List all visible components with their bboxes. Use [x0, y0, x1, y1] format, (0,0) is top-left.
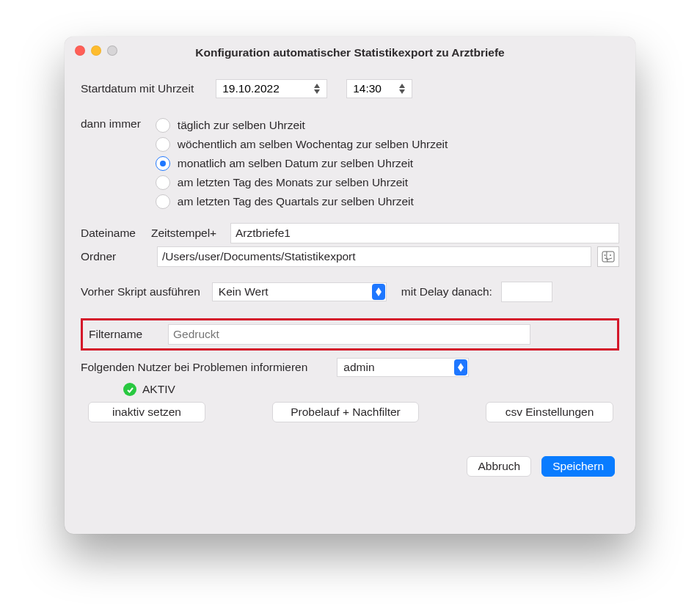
- filtername-input[interactable]: [168, 324, 530, 345]
- startdate-stepper[interactable]: [216, 79, 327, 98]
- recurrence-option-label: am letzten Tag des Monats zur selben Uhr…: [178, 176, 408, 189]
- config-dialog: Konfiguration automatischer Statistikexp…: [65, 37, 635, 534]
- minimize-icon[interactable]: [91, 45, 101, 56]
- finder-browse-button[interactable]: [597, 246, 619, 267]
- traffic-lights: [75, 45, 117, 56]
- svg-rect-4: [602, 252, 614, 262]
- notify-user-select[interactable]: admin: [337, 358, 469, 377]
- delay-input[interactable]: [501, 282, 552, 302]
- recurrence-option-label: monatlich am selben Datum zur selben Uhr…: [178, 157, 413, 170]
- select-arrows-icon: [454, 359, 467, 375]
- svg-marker-2: [399, 84, 405, 88]
- close-icon[interactable]: [75, 45, 85, 56]
- startdate-label: Startdatum mit Uhrzeit: [81, 82, 194, 95]
- starttime-stepper[interactable]: [346, 79, 412, 98]
- recurrence-option[interactable]: täglich zur selben Uhrzeit: [156, 116, 448, 135]
- filename-input[interactable]: [230, 223, 619, 243]
- svg-marker-0: [314, 84, 320, 88]
- radio-icon[interactable]: [156, 137, 170, 152]
- finder-icon: [602, 251, 615, 263]
- recurrence-option-label: wöchentlich am selben Wochentag zur selb…: [178, 138, 448, 151]
- stepper-up-icon[interactable]: [398, 83, 406, 89]
- radio-icon[interactable]: [156, 156, 170, 171]
- svg-marker-1: [314, 89, 320, 94]
- svg-point-6: [610, 254, 611, 256]
- zoom-icon: [107, 45, 117, 56]
- delay-label: mit Delay danach:: [401, 285, 492, 298]
- recurrence-option-label: am letzten Tag des Quartals zur selben U…: [178, 195, 414, 208]
- dateiname-label: Dateiname: [81, 227, 151, 240]
- inactive-button[interactable]: inaktiv setzen: [88, 402, 205, 422]
- recurrence-option[interactable]: am letzten Tag des Quartals zur selben U…: [156, 192, 448, 211]
- startdate-input[interactable]: [216, 81, 312, 96]
- script-select-value: Kein Wert: [219, 285, 269, 298]
- folder-input[interactable]: [157, 246, 591, 267]
- recurrence-option[interactable]: monatlich am selben Datum zur selben Uhr…: [156, 154, 448, 173]
- radio-icon[interactable]: [156, 118, 170, 133]
- script-select[interactable]: Kein Wert: [212, 282, 387, 301]
- ordner-label: Ordner: [81, 250, 151, 263]
- svg-marker-3: [399, 89, 405, 94]
- stepper-down-icon[interactable]: [313, 89, 321, 95]
- window-title: Konfiguration automatischer Statistikexp…: [65, 39, 635, 59]
- script-label: Vorher Skript ausführen: [81, 285, 200, 298]
- stepper-up-icon[interactable]: [313, 83, 321, 89]
- filtername-highlight: Filtername: [81, 318, 619, 351]
- active-status-text: AKTIV: [142, 383, 175, 396]
- recurrence-label: dann immer: [81, 116, 141, 211]
- svg-marker-8: [376, 292, 382, 296]
- titlebar: Konfiguration automatischer Statistikexp…: [65, 37, 635, 62]
- notify-user-value: admin: [343, 361, 374, 374]
- recurrence-option[interactable]: wöchentlich am selben Wochentag zur selb…: [156, 135, 448, 154]
- stepper-down-icon[interactable]: [398, 89, 406, 95]
- active-status: AKTIV: [123, 383, 175, 396]
- recurrence-option-label: täglich zur selben Uhrzeit: [178, 119, 305, 132]
- zeitstempel-label: Zeitstempel+: [151, 227, 230, 240]
- svg-point-5: [605, 254, 606, 256]
- recurrence-group: täglich zur selben Uhrzeitwöchentlich am…: [156, 116, 448, 211]
- filtername-label: Filtername: [89, 328, 168, 341]
- radio-icon[interactable]: [156, 175, 170, 190]
- radio-icon[interactable]: [156, 194, 170, 209]
- recurrence-option[interactable]: am letzten Tag des Monats zur selben Uhr…: [156, 173, 448, 192]
- csv-settings-button[interactable]: csv Einstellungen: [486, 402, 613, 422]
- select-arrows-icon: [372, 284, 385, 300]
- svg-marker-10: [458, 367, 464, 372]
- notify-label: Folgenden Nutzer bei Problemen informier…: [81, 361, 307, 374]
- save-button[interactable]: Speichern: [541, 456, 615, 477]
- testrun-button[interactable]: Probelauf + Nachfilter: [272, 402, 419, 422]
- check-circle-icon: [123, 383, 136, 396]
- cancel-button[interactable]: Abbruch: [467, 456, 531, 477]
- starttime-input[interactable]: [347, 81, 397, 96]
